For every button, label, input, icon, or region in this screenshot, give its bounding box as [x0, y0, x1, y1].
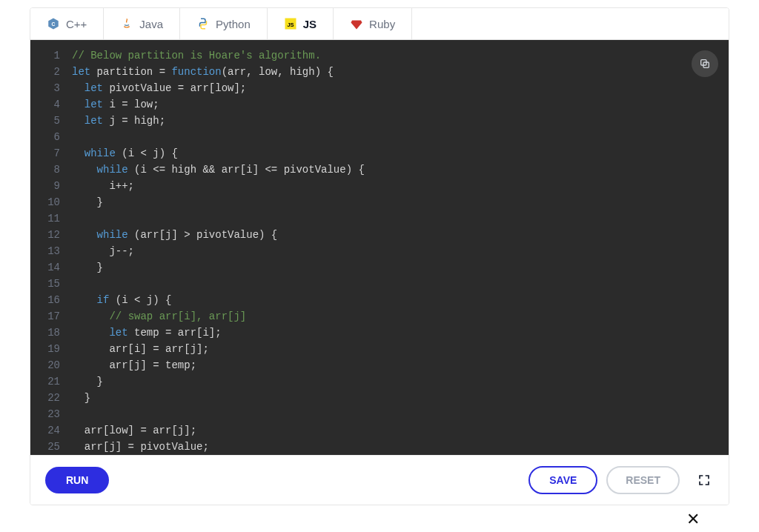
svg-text:C: C: [52, 21, 56, 27]
svg-marker-4: [351, 21, 362, 30]
code-token: }: [72, 376, 103, 388]
line-number: 17: [44, 308, 60, 325]
line-number: 3: [44, 80, 60, 96]
line-number: 19: [44, 341, 60, 357]
code-token: let: [84, 82, 103, 94]
code-token: temp = arr[i];: [128, 327, 222, 339]
line-number: 22: [44, 390, 60, 406]
fullscreen-button[interactable]: [695, 471, 714, 490]
code-line[interactable]: j--;: [72, 243, 717, 259]
code-token: }: [72, 262, 103, 273]
code-line[interactable]: while (i < j) {: [72, 145, 717, 162]
code-token: (i < j) {: [116, 147, 178, 159]
editor-wrap: 1234567891011121314151617181920212223242…: [30, 40, 729, 455]
line-number: 5: [44, 113, 60, 129]
line-number: 8: [44, 162, 60, 178]
tab-python[interactable]: Python: [180, 8, 268, 39]
line-number: 6: [44, 129, 60, 145]
code-line[interactable]: let i = low;: [72, 96, 717, 113]
line-number: 21: [44, 373, 60, 390]
line-number: 16: [44, 292, 60, 308]
code-line[interactable]: [72, 406, 717, 422]
code-line[interactable]: arr[j] = temp;: [72, 357, 717, 373]
fullscreen-icon: [697, 473, 711, 487]
code-token: let: [84, 99, 103, 110]
code-line[interactable]: arr[i] = arr[j];: [72, 341, 717, 357]
code-token: (arr, low, high) {: [222, 66, 334, 78]
code-line[interactable]: }: [72, 373, 717, 390]
run-button[interactable]: RUN: [45, 467, 109, 493]
code-token: }: [72, 392, 90, 404]
code-line[interactable]: arr[j] = pivotValue;: [72, 439, 717, 455]
code-line[interactable]: }: [72, 390, 717, 406]
ruby-icon: [350, 17, 363, 30]
code-editor-panel: CC++JavaPythonJSJSRuby 12345678910111213…: [30, 7, 729, 505]
code-token: // swap arr[i], arr[j]: [109, 310, 246, 322]
line-number: 2: [44, 64, 60, 80]
close-button[interactable]: ✕: [30, 505, 729, 529]
code-token: (i <= high && arr[i] <= pivotValue) {: [128, 164, 365, 176]
code-token: [72, 164, 97, 176]
code-token: let: [72, 66, 90, 78]
code-editor[interactable]: 1234567891011121314151617181920212223242…: [30, 40, 729, 455]
code-line[interactable]: if (i < j) {: [72, 292, 717, 308]
code-token: }: [72, 196, 103, 208]
code-line[interactable]: let j = high;: [72, 113, 717, 129]
code-token: j = high;: [103, 115, 165, 127]
code-token: while: [84, 147, 116, 159]
code-token: i++;: [72, 180, 134, 192]
js-icon: JS: [284, 17, 297, 30]
line-number: 23: [44, 406, 60, 422]
bottom-toolbar: RUN SAVE RESET: [30, 455, 729, 505]
code-line[interactable]: let pivotValue = arr[low];: [72, 80, 717, 96]
java-icon: [120, 17, 133, 30]
tab-label: Java: [139, 18, 163, 30]
code-line[interactable]: // Below partition is Hoare's algorithm.: [72, 47, 717, 64]
code-line[interactable]: }: [72, 194, 717, 210]
line-number: 13: [44, 243, 60, 259]
code-token: arr[i] = arr[j];: [72, 343, 209, 355]
code-token: arr[low] = arr[j];: [72, 425, 196, 436]
code-area[interactable]: // Below partition is Hoare's algorithm.…: [67, 40, 729, 455]
code-line[interactable]: [72, 129, 717, 145]
code-token: i = low;: [103, 99, 159, 110]
tab-cplusplus[interactable]: CC++: [30, 8, 104, 39]
line-number: 4: [44, 96, 60, 113]
code-line[interactable]: // swap arr[i], arr[j]: [72, 308, 717, 325]
line-number: 18: [44, 325, 60, 341]
code-token: let: [84, 115, 103, 127]
tab-ruby[interactable]: Ruby: [334, 8, 412, 39]
code-token: [72, 82, 84, 94]
code-token: if: [97, 294, 110, 306]
code-token: [72, 327, 109, 339]
code-token: [72, 229, 97, 241]
line-number: 7: [44, 145, 60, 162]
line-number: 25: [44, 439, 60, 455]
code-line[interactable]: arr[low] = arr[j];: [72, 422, 717, 439]
copy-button[interactable]: [692, 50, 718, 77]
code-line[interactable]: [72, 210, 717, 227]
line-number: 1: [44, 47, 60, 64]
code-token: pivotValue = arr[low];: [103, 82, 246, 94]
reset-button[interactable]: RESET: [606, 466, 680, 494]
tab-label: C++: [66, 18, 87, 30]
tab-java[interactable]: Java: [104, 8, 180, 39]
tab-js[interactable]: JSJS: [268, 8, 334, 39]
code-line[interactable]: }: [72, 259, 717, 276]
code-line[interactable]: while (i <= high && arr[i] <= pivotValue…: [72, 162, 717, 178]
code-line[interactable]: [72, 276, 717, 292]
code-line[interactable]: while (arr[j] > pivotValue) {: [72, 227, 717, 243]
tab-label: JS: [303, 18, 316, 30]
code-line[interactable]: let partition = function(arr, low, high)…: [72, 64, 717, 80]
code-line[interactable]: let temp = arr[i];: [72, 325, 717, 341]
line-number: 20: [44, 357, 60, 373]
code-line[interactable]: i++;: [72, 178, 717, 194]
code-token: [72, 310, 109, 322]
save-button[interactable]: SAVE: [528, 466, 597, 494]
code-token: arr[j] = pivotValue;: [72, 441, 209, 453]
code-token: arr[j] = temp;: [72, 359, 196, 371]
code-token: // Below partition is Hoare's algorithm.: [72, 50, 321, 61]
code-token: j--;: [72, 245, 134, 257]
cpp-icon: C: [47, 17, 60, 30]
code-token: (i < j) {: [109, 294, 171, 306]
